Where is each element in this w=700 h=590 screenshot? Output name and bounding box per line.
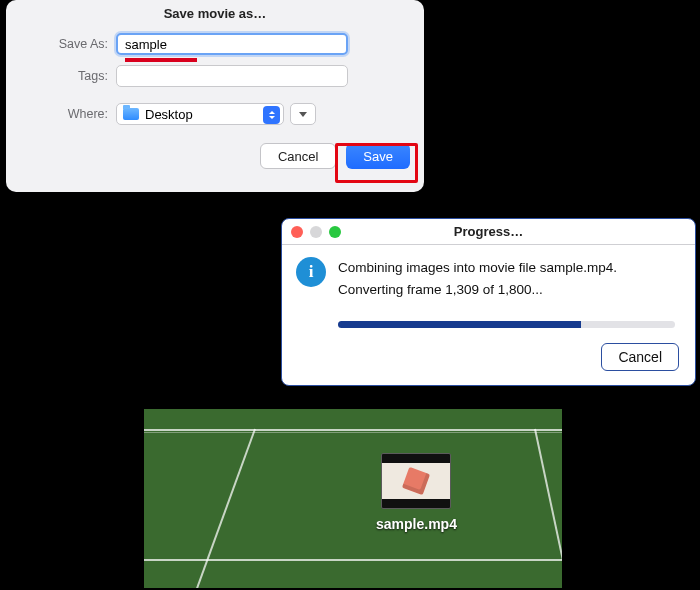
where-value: Desktop bbox=[145, 107, 193, 122]
progress-line1: Combining images into movie file sample.… bbox=[338, 257, 617, 279]
desktop-wallpaper bbox=[144, 409, 562, 588]
folder-icon bbox=[123, 108, 139, 120]
dialog-title: Save movie as… bbox=[6, 0, 424, 29]
desktop-result-panel: sample.mp4 bbox=[143, 408, 563, 589]
progress-fill bbox=[338, 321, 581, 328]
info-icon: i bbox=[296, 257, 326, 287]
where-dropdown[interactable]: Desktop bbox=[116, 103, 284, 125]
progress-dialog: Progress… i Combining images into movie … bbox=[281, 218, 696, 386]
save-as-label: Save As: bbox=[6, 37, 116, 51]
where-label: Where: bbox=[6, 107, 116, 121]
file-label[interactable]: sample.mp4 bbox=[344, 516, 489, 532]
tags-label: Tags: bbox=[6, 69, 116, 83]
titlebar: Progress… bbox=[282, 219, 695, 245]
progress-text: Combining images into movie file sample.… bbox=[338, 257, 617, 300]
save-movie-dialog: Save movie as… Save As: Tags: Where: Des… bbox=[6, 0, 424, 192]
progress-bar bbox=[338, 321, 675, 328]
progress-line2: Converting frame 1,309 of 1,800... bbox=[338, 279, 617, 301]
cube-icon bbox=[402, 467, 430, 495]
progress-cancel-button[interactable]: Cancel bbox=[601, 343, 679, 371]
movie-file-icon[interactable] bbox=[381, 453, 451, 509]
save-as-input[interactable] bbox=[116, 33, 348, 55]
film-thumbnail-icon bbox=[382, 463, 450, 499]
tags-input[interactable] bbox=[116, 65, 348, 87]
progress-title: Progress… bbox=[282, 224, 695, 239]
annotation-highlight-box bbox=[335, 143, 418, 183]
cancel-button[interactable]: Cancel bbox=[260, 143, 336, 169]
annotation-underline bbox=[125, 58, 197, 62]
updown-icon bbox=[263, 106, 280, 124]
expand-button[interactable] bbox=[290, 103, 316, 125]
